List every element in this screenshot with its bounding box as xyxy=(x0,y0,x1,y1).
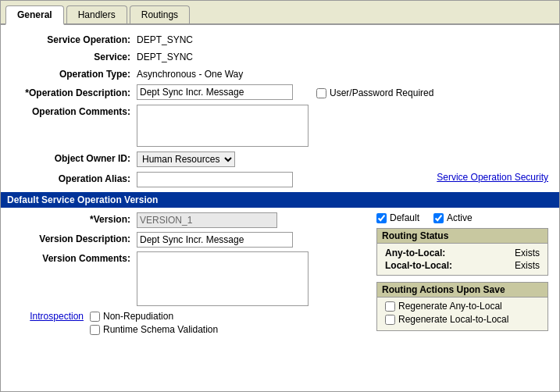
service-value: DEPT_SYNC xyxy=(137,50,193,62)
version-comments-row: Version Comments: xyxy=(12,251,367,306)
version-desc-row: Version Description: xyxy=(12,232,367,248)
local-to-local-label: Local-to-Local: xyxy=(385,260,452,271)
operation-comments-input[interactable] xyxy=(137,105,309,147)
local-to-local-row: Local-to-Local: Exists xyxy=(385,259,540,272)
version-input[interactable] xyxy=(137,212,277,228)
active-checkbox-label: Active xyxy=(433,212,473,223)
runtime-schema-label: Runtime Schema Validation xyxy=(103,324,218,335)
version-comments-label: Version Comments: xyxy=(12,251,137,264)
operation-comments-row: Operation Comments: xyxy=(12,105,548,147)
regenerate-any-label: Regenerate Any-to-Local xyxy=(398,301,502,312)
version-row: Version: xyxy=(12,212,367,228)
operation-alias-row: Operation Alias: Service Operation Secur… xyxy=(12,172,548,187)
active-label: Active xyxy=(447,212,473,223)
operation-type-label: Operation Type: xyxy=(12,67,137,80)
service-operation-security-link[interactable]: Service Operation Security xyxy=(437,172,548,183)
active-checkbox[interactable] xyxy=(433,213,444,223)
operation-alias-input[interactable] xyxy=(137,172,293,187)
introspection-link-container: Introspection xyxy=(12,311,90,322)
tabs-bar: General Handlers Routings xyxy=(1,1,559,25)
object-owner-row: Object Owner ID: Human Resources xyxy=(12,151,548,167)
version-label: Version: xyxy=(12,212,137,225)
bottom-checkboxes: Non-Repudiation Runtime Schema Validatio… xyxy=(90,311,218,337)
operation-desc-row: Operation Description: User/Password Req… xyxy=(12,84,548,100)
version-comments-input[interactable] xyxy=(137,251,309,306)
regenerate-local-row: Regenerate Local-to-Local xyxy=(385,314,540,325)
operation-alias-label: Operation Alias: xyxy=(12,172,137,184)
non-repudiation-checkbox[interactable] xyxy=(90,312,100,322)
tab-routings[interactable]: Routings xyxy=(130,5,190,23)
operation-desc-input[interactable] xyxy=(137,84,293,100)
main-container: General Handlers Routings Service Operat… xyxy=(0,0,560,392)
user-pass-label: User/Password Required xyxy=(330,87,433,98)
object-owner-label: Object Owner ID: xyxy=(12,151,137,164)
routing-status-box: Routing Status Any-to-Local: Exists Loca… xyxy=(376,228,548,276)
routing-actions-header: Routing Actions Upon Save xyxy=(377,283,548,298)
service-operation-row: Service Operation: DEPT_SYNC xyxy=(12,33,548,45)
default-label: Default xyxy=(390,212,419,223)
tab-general[interactable]: General xyxy=(5,5,64,25)
service-operation-label: Service Operation: xyxy=(12,33,137,45)
operation-comments-label: Operation Comments: xyxy=(12,105,137,117)
version-section: Version: Version Description: Version Co… xyxy=(12,212,548,337)
operation-type-value: Asynchronous - One Way xyxy=(137,67,243,80)
object-owner-select[interactable]: Human Resources xyxy=(137,151,235,167)
version-right: Default Active Routing Status Any-to-Loc… xyxy=(376,212,548,337)
default-checkbox-label: Default xyxy=(376,212,419,223)
version-desc-label: Version Description: xyxy=(12,232,137,244)
introspection-row: Introspection Non-Repudiation Runtime Sc… xyxy=(12,311,367,337)
regenerate-any-checkbox[interactable] xyxy=(385,301,395,312)
any-to-local-value: Exists xyxy=(515,248,540,258)
service-row: Service: DEPT_SYNC xyxy=(12,50,548,62)
default-active-row: Default Active xyxy=(376,212,548,223)
routing-status-header: Routing Status xyxy=(377,229,548,244)
regenerate-local-label: Regenerate Local-to-Local xyxy=(398,314,508,325)
runtime-schema-checkbox[interactable] xyxy=(90,325,100,335)
default-checkbox[interactable] xyxy=(376,213,387,223)
user-pass-checkbox[interactable] xyxy=(316,88,326,98)
regenerate-any-row: Regenerate Any-to-Local xyxy=(385,301,540,312)
runtime-schema-row: Runtime Schema Validation xyxy=(90,324,218,335)
regenerate-local-checkbox[interactable] xyxy=(385,315,395,325)
introspection-link[interactable]: Introspection xyxy=(30,311,84,322)
non-repudiation-row: Non-Repudiation xyxy=(90,311,218,322)
local-to-local-value: Exists xyxy=(515,260,540,271)
user-pass-section: User/Password Required xyxy=(316,86,433,98)
bottom-checks: Introspection Non-Repudiation Runtime Sc… xyxy=(12,311,367,337)
routing-actions-content: Regenerate Any-to-Local Regenerate Local… xyxy=(377,298,548,330)
non-repudiation-label: Non-Repudiation xyxy=(103,311,173,322)
tab-handlers[interactable]: Handlers xyxy=(66,5,127,23)
any-to-local-row: Any-to-Local: Exists xyxy=(385,247,540,259)
service-label: Service: xyxy=(12,50,137,62)
operation-type-row: Operation Type: Asynchronous - One Way xyxy=(12,67,548,80)
any-to-local-label: Any-to-Local: xyxy=(385,248,445,258)
operation-desc-label: Operation Description: xyxy=(12,86,137,98)
routing-status-content: Any-to-Local: Exists Local-to-Local: Exi… xyxy=(377,244,548,275)
version-left: Version: Version Description: Version Co… xyxy=(12,212,367,337)
service-operation-value: DEPT_SYNC xyxy=(137,33,193,45)
routing-actions-box: Routing Actions Upon Save Regenerate Any… xyxy=(376,282,548,331)
main-content: Service Operation: DEPT_SYNC Service: DE… xyxy=(1,25,559,344)
version-desc-input[interactable] xyxy=(137,232,293,248)
default-section-header: Default Service Operation Version xyxy=(1,192,559,208)
